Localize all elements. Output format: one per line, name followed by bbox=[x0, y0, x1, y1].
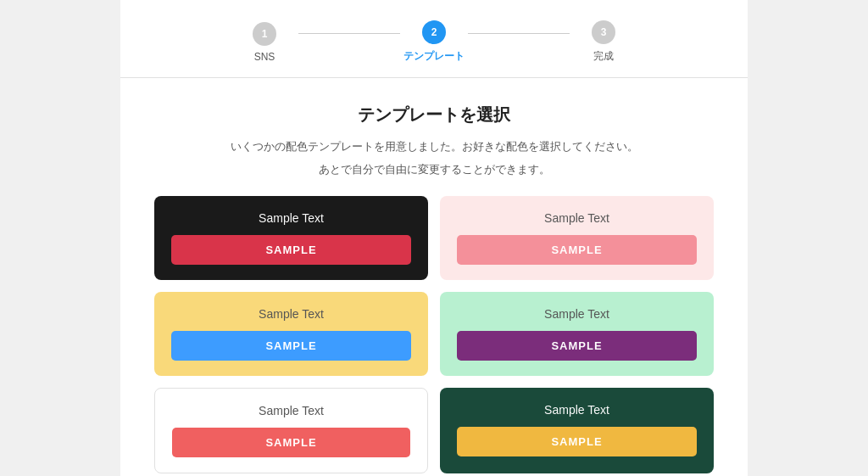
template-card-white-text: Sample Text bbox=[259, 404, 324, 417]
stepper-circle-3: 3 bbox=[592, 20, 615, 44]
template-card-white-btn[interactable]: SAMPLE bbox=[172, 428, 410, 457]
template-card-dark-green[interactable]: Sample Text SAMPLE bbox=[440, 388, 714, 473]
section-title: テンプレートを選択 bbox=[154, 104, 714, 126]
template-card-black-text: Sample Text bbox=[259, 211, 324, 225]
stepper-line-1 bbox=[298, 33, 400, 34]
template-card-black-btn[interactable]: SAMPLE bbox=[171, 235, 411, 265]
page-wrapper: 1 SNS 2 テンプレート 3 完成 テンプレートを選択 いくつかの配色テンプ… bbox=[120, 0, 748, 476]
main-content: テンプレートを選択 いくつかの配色テンプレートを用意しました。お好きな配色を選択… bbox=[120, 78, 748, 476]
stepper-circle-1: 1 bbox=[253, 22, 276, 46]
template-card-mint[interactable]: Sample Text SAMPLE bbox=[440, 292, 714, 376]
template-card-mint-btn[interactable]: SAMPLE bbox=[457, 331, 697, 361]
template-card-pink-text: Sample Text bbox=[544, 211, 609, 225]
template-card-mint-text: Sample Text bbox=[544, 307, 609, 321]
stepper-label-sns: SNS bbox=[254, 51, 275, 63]
template-card-white[interactable]: Sample Text SAMPLE bbox=[154, 388, 428, 473]
stepper-label-done: 完成 bbox=[593, 49, 614, 64]
template-grid: Sample Text SAMPLE Sample Text SAMPLE Sa… bbox=[154, 196, 714, 476]
template-card-black[interactable]: Sample Text SAMPLE bbox=[154, 196, 428, 280]
stepper-item-done: 3 完成 bbox=[570, 20, 637, 64]
section-desc-1: いくつかの配色テンプレートを用意しました。お好きな配色を選択してください。 bbox=[154, 138, 714, 156]
section-desc-2: あとで自分で自由に変更することができます。 bbox=[154, 161, 714, 179]
template-card-yellow-text: Sample Text bbox=[259, 307, 324, 321]
template-card-yellow-btn[interactable]: SAMPLE bbox=[171, 331, 411, 361]
template-card-dark-green-text: Sample Text bbox=[544, 403, 609, 417]
stepper-circle-2: 2 bbox=[422, 20, 446, 44]
stepper-line-2 bbox=[468, 33, 570, 34]
stepper-label-template: テンプレート bbox=[403, 49, 465, 64]
stepper: 1 SNS 2 テンプレート 3 完成 bbox=[120, 0, 748, 78]
template-card-pink[interactable]: Sample Text SAMPLE bbox=[440, 196, 714, 280]
stepper-item-template: 2 テンプレート bbox=[400, 20, 468, 64]
stepper-item-sns: 1 SNS bbox=[231, 22, 298, 63]
template-card-pink-btn[interactable]: SAMPLE bbox=[457, 235, 697, 265]
template-card-yellow[interactable]: Sample Text SAMPLE bbox=[154, 292, 428, 376]
template-card-dark-green-btn[interactable]: SAMPLE bbox=[457, 427, 697, 456]
